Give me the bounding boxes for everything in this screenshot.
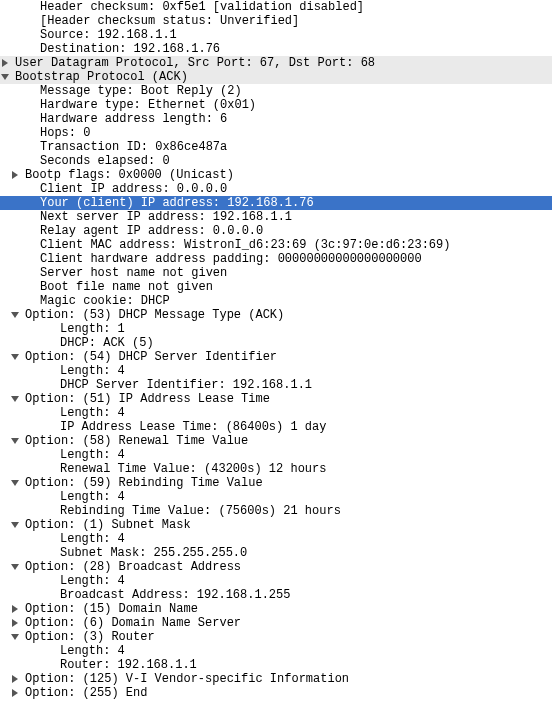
opt-53[interactable]: Option: (53) DHCP Message Type (ACK) [0, 308, 552, 322]
bootp-header[interactable]: Bootstrap Protocol (ACK) [0, 70, 552, 84]
tree-row: Destination: 192.168.1.76 [0, 42, 552, 56]
expand-expand-icon[interactable] [10, 675, 20, 683]
expand-expand-icon[interactable] [0, 59, 10, 67]
expand-expand-icon[interactable] [10, 605, 20, 613]
tree-row: Length: 4 [0, 490, 552, 504]
tree-row: Next server IP address: 192.168.1.1 [0, 210, 552, 224]
expand-collapse-icon[interactable] [10, 521, 20, 529]
expand-collapse-icon[interactable] [10, 353, 20, 361]
tree-row: Transaction ID: 0x86ce487a [0, 140, 552, 154]
tree-row: Hardware address length: 6 [0, 112, 552, 126]
row-text: Length: 1 [60, 322, 125, 336]
row-text: Header checksum: 0xf5e1 [validation disa… [40, 0, 364, 14]
expand-expand-icon[interactable] [10, 689, 20, 697]
expand-collapse-icon[interactable] [10, 633, 20, 641]
expand-collapse-icon[interactable] [0, 73, 10, 81]
svg-marker-2 [12, 171, 18, 179]
packet-details-tree[interactable]: Header checksum: 0xf5e1 [validation disa… [0, 0, 552, 700]
row-text: DHCP Server Identifier: 192.168.1.1 [60, 378, 312, 392]
svg-marker-11 [12, 619, 18, 627]
tree-row: Broadcast Address: 192.168.1.255 [0, 588, 552, 602]
tree-row: Seconds elapsed: 0 [0, 154, 552, 168]
row-text: Broadcast Address: 192.168.1.255 [60, 588, 290, 602]
row-text: Server host name not given [40, 266, 227, 280]
row-text: Boot file name not given [40, 280, 213, 294]
tree-row: Router: 192.168.1.1 [0, 658, 552, 672]
row-text: Router: 192.168.1.1 [60, 658, 197, 672]
row-text: Length: 4 [60, 574, 125, 588]
row-text: Transaction ID: 0x86ce487a [40, 140, 227, 154]
bootp-flags[interactable]: Bootp flags: 0x0000 (Unicast) [0, 168, 552, 182]
row-text: DHCP: ACK (5) [60, 336, 154, 350]
row-text: Length: 4 [60, 532, 125, 546]
svg-marker-5 [11, 396, 19, 402]
opt-58[interactable]: Option: (58) Renewal Time Value [0, 434, 552, 448]
svg-marker-8 [11, 522, 19, 528]
tree-row: Renewal Time Value: (43200s) 12 hours [0, 462, 552, 476]
expand-collapse-icon[interactable] [10, 437, 20, 445]
tree-row: DHCP Server Identifier: 192.168.1.1 [0, 378, 552, 392]
opt-6[interactable]: Option: (6) Domain Name Server [0, 616, 552, 630]
row-text: Client IP address: 0.0.0.0 [40, 182, 227, 196]
svg-marker-10 [12, 605, 18, 613]
opt-1[interactable]: Option: (1) Subnet Mask [0, 518, 552, 532]
opt-59[interactable]: Option: (59) Rebinding Time Value [0, 476, 552, 490]
row-text: Rebinding Time Value: (75600s) 21 hours [60, 504, 341, 518]
your-ip-row: Your (client) IP address: 192.168.1.76 [0, 196, 552, 210]
opt-15[interactable]: Option: (15) Domain Name [0, 602, 552, 616]
svg-marker-7 [11, 480, 19, 486]
svg-marker-13 [12, 675, 18, 683]
opt-51[interactable]: Option: (51) IP Address Lease Time [0, 392, 552, 406]
expand-collapse-icon[interactable] [10, 563, 20, 571]
row-text: Subnet Mask: 255.255.255.0 [60, 546, 247, 560]
row-text: User Datagram Protocol, Src Port: 67, Ds… [15, 56, 375, 70]
expand-expand-icon[interactable] [10, 619, 20, 627]
opt-54[interactable]: Option: (54) DHCP Server Identifier [0, 350, 552, 364]
row-text: Client MAC address: WistronI_d6:23:69 (3… [40, 238, 450, 252]
tree-row: Length: 4 [0, 644, 552, 658]
row-text: Option: (1) Subnet Mask [25, 518, 191, 532]
tree-row: Hops: 0 [0, 126, 552, 140]
opt-3[interactable]: Option: (3) Router [0, 630, 552, 644]
row-text: Client hardware address padding: 0000000… [40, 252, 422, 266]
tree-row: Server host name not given [0, 266, 552, 280]
tree-row: Client hardware address padding: 0000000… [0, 252, 552, 266]
row-text: Length: 4 [60, 490, 125, 504]
svg-marker-9 [11, 564, 19, 570]
udp-header[interactable]: User Datagram Protocol, Src Port: 67, Ds… [0, 56, 552, 70]
tree-row: Length: 1 [0, 322, 552, 336]
tree-row: Magic cookie: DHCP [0, 294, 552, 308]
row-text: Option: (15) Domain Name [25, 602, 198, 616]
row-text: Bootstrap Protocol (ACK) [15, 70, 188, 84]
tree-row: IP Address Lease Time: (86400s) 1 day [0, 420, 552, 434]
row-text: Option: (53) DHCP Message Type (ACK) [25, 308, 284, 322]
tree-row: [Header checksum status: Unverified] [0, 14, 552, 28]
row-text: IP Address Lease Time: (86400s) 1 day [60, 420, 326, 434]
opt-255[interactable]: Option: (255) End [0, 686, 552, 700]
row-text: Hops: 0 [40, 126, 90, 140]
expand-expand-icon[interactable] [10, 171, 20, 179]
row-text: Length: 4 [60, 406, 125, 420]
row-text: Hardware type: Ethernet (0x01) [40, 98, 256, 112]
row-text: Option: (59) Rebinding Time Value [25, 476, 263, 490]
expand-collapse-icon[interactable] [10, 395, 20, 403]
tree-row: Message type: Boot Reply (2) [0, 84, 552, 98]
svg-marker-12 [11, 634, 19, 640]
row-text: Magic cookie: DHCP [40, 294, 170, 308]
svg-marker-4 [11, 354, 19, 360]
opt-125[interactable]: Option: (125) V-I Vendor-specific Inform… [0, 672, 552, 686]
opt-28[interactable]: Option: (28) Broadcast Address [0, 560, 552, 574]
row-text: Bootp flags: 0x0000 (Unicast) [25, 168, 234, 182]
expand-collapse-icon[interactable] [10, 479, 20, 487]
expand-collapse-icon[interactable] [10, 311, 20, 319]
tree-row: Header checksum: 0xf5e1 [validation disa… [0, 0, 552, 14]
tree-row: Length: 4 [0, 448, 552, 462]
tree-row: Client IP address: 0.0.0.0 [0, 182, 552, 196]
row-text: [Header checksum status: Unverified] [40, 14, 299, 28]
row-text: Option: (28) Broadcast Address [25, 560, 241, 574]
svg-marker-14 [12, 689, 18, 697]
row-text: Hardware address length: 6 [40, 112, 227, 126]
tree-row: Length: 4 [0, 574, 552, 588]
row-text: Length: 4 [60, 448, 125, 462]
row-text: Option: (3) Router [25, 630, 155, 644]
